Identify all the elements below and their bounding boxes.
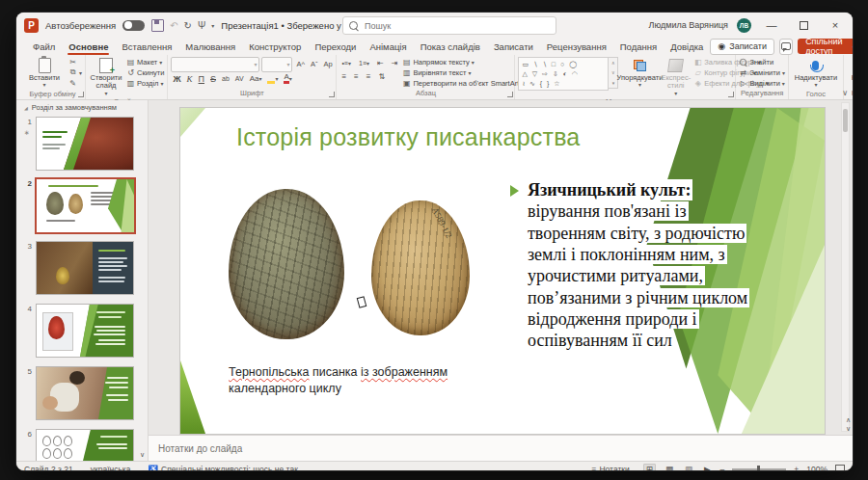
convert-smartart-button[interactable]: ▣Перетворити на об'єкт SmartArt▾	[402, 78, 524, 88]
restore-button[interactable]	[792, 15, 815, 35]
new-slide-button[interactable]: Створити слайд▾	[89, 57, 123, 96]
slide-counter[interactable]: Слайд 2 з 21	[24, 465, 91, 471]
grow-font-button[interactable]: A^	[294, 58, 307, 70]
tab-record[interactable]: Записати	[487, 38, 540, 55]
bold-button[interactable]: Ж	[171, 72, 182, 85]
reading-view-button[interactable]: ▥	[683, 465, 694, 471]
thumbnail-slide-1[interactable]	[36, 117, 134, 171]
notes-pane[interactable]: Нотатки до слайда	[149, 435, 853, 461]
comments-button[interactable]	[779, 39, 793, 55]
text-direction-button[interactable]: ▤Напрямок тексту▾	[402, 57, 524, 67]
zoom-slider-thumb[interactable]	[757, 466, 760, 471]
paste-button[interactable]: Вставити▾	[23, 57, 66, 89]
font-name-combo[interactable]: ▾	[171, 57, 259, 72]
tab-design[interactable]: Конструктор	[242, 38, 308, 55]
zoom-out-button[interactable]: –	[720, 465, 725, 471]
character-spacing-button[interactable]: AV	[233, 72, 246, 85]
clipboard-dialog-launcher[interactable]	[78, 92, 84, 97]
section-header[interactable]: ◢ Розділ за замовчуванням	[24, 103, 117, 112]
search-box[interactable]	[342, 16, 556, 35]
slide-bullet-text[interactable]: Язичницький культ:вірування пов'язані із…	[526, 179, 815, 352]
drawing-dialog-launcher[interactable]	[728, 92, 734, 97]
user-name[interactable]: Людмила Варяниця	[649, 20, 729, 30]
tab-help[interactable]: Довідка	[664, 38, 710, 55]
accessibility-status[interactable]: ♿ Спеціальні можливості: щось не так	[149, 465, 315, 471]
shrink-font-button[interactable]: Aˇ	[309, 58, 320, 70]
reset-button[interactable]: ↺Скинути	[126, 67, 164, 77]
undo-icon[interactable]: ↶	[170, 20, 177, 31]
redo-icon[interactable]: ↻	[184, 20, 192, 31]
record-button[interactable]: ◉Записати	[710, 39, 774, 55]
user-avatar[interactable]: ЛВ	[737, 18, 751, 33]
thumbnail-slide-4[interactable]	[36, 304, 134, 358]
text-shadow-button[interactable]: ab	[220, 72, 231, 85]
quick-styles-button[interactable]: Експрес-стилі▾	[661, 57, 691, 96]
font-size-combo[interactable]: ▾	[261, 57, 292, 72]
increase-indent-button[interactable]: ⇥	[390, 57, 400, 69]
select-button[interactable]: ▷Виділити▾	[739, 78, 785, 88]
tab-home[interactable]: Основне	[62, 38, 115, 55]
pysanka-photo-left[interactable]	[229, 189, 344, 339]
change-case-button[interactable]: Aa▾	[248, 72, 264, 85]
thumbnail-slide-3[interactable]	[36, 241, 134, 295]
thumbnail-slide-6[interactable]	[36, 429, 134, 461]
touch-mode-icon[interactable]: Ψ	[198, 20, 205, 31]
dictate-button[interactable]: Надиктувати▾	[792, 57, 840, 89]
notes-toggle-button[interactable]: ≡ Нотатки	[591, 465, 635, 471]
zoom-level[interactable]: 100%	[806, 465, 827, 471]
slide-title[interactable]: Історія розвитку писанкарства	[236, 123, 580, 151]
strikethrough-button[interactable]: S	[208, 72, 218, 85]
tab-review[interactable]: Рецензування	[540, 38, 613, 55]
previous-slide-button[interactable]: ∧	[846, 416, 851, 424]
next-slide-button[interactable]: ∨	[846, 425, 851, 433]
underline-button[interactable]: П	[197, 72, 206, 85]
share-button[interactable]: Спільний доступ ▾	[798, 39, 853, 54]
collapse-ribbon-icon[interactable]: ∨	[842, 89, 848, 97]
copy-button[interactable]: ⧉▾	[68, 67, 82, 77]
arrange-button[interactable]: Упорядкувати▾	[621, 57, 658, 89]
editor-vertical-scrollbar[interactable]	[841, 102, 850, 432]
scrollbar-thumb[interactable]	[843, 109, 848, 132]
font-dialog-launcher[interactable]	[329, 92, 335, 97]
font-color-button[interactable]: А▾	[282, 72, 293, 85]
align-left-button[interactable]: ≡	[339, 70, 348, 83]
zoom-slider[interactable]	[732, 468, 786, 470]
line-spacing-button[interactable]: ⇅	[376, 70, 387, 83]
bullets-button[interactable]: •≡▾	[339, 57, 353, 69]
autosave-toggle[interactable]	[122, 20, 145, 31]
zoom-in-button[interactable]: +	[794, 465, 799, 471]
tab-file[interactable]: Файл	[26, 38, 62, 55]
find-button[interactable]: Знайти	[739, 57, 785, 67]
fit-slide-to-window-button[interactable]	[835, 465, 845, 471]
close-button[interactable]: ×	[824, 15, 847, 35]
replace-button[interactable]: ⇄Замінити▾	[739, 67, 785, 77]
tab-animations[interactable]: Анімація	[363, 38, 413, 55]
align-right-button[interactable]: ≡	[365, 70, 373, 83]
language-indicator[interactable]: українська	[91, 465, 149, 471]
tab-transitions[interactable]: Переходи	[308, 38, 363, 55]
slideshow-button[interactable]: ▶	[702, 465, 713, 471]
slide-sorter-view-button[interactable]: ▦	[664, 465, 675, 471]
tab-insert[interactable]: Вставлення	[115, 38, 178, 55]
tab-view[interactable]: Подання	[613, 38, 664, 55]
layout-button[interactable]: ▤Макет▾	[126, 57, 164, 67]
decrease-indent-button[interactable]: ⇤	[375, 57, 386, 69]
addins-button[interactable]: Надбудови	[847, 57, 853, 82]
align-center-button[interactable]: ≡	[352, 70, 361, 83]
cut-button[interactable]: ✂	[68, 57, 82, 67]
slide-caption[interactable]: Тернопільська писанка із зображенням кал…	[229, 364, 518, 397]
format-painter-button[interactable]: ✎	[68, 78, 82, 88]
pysanka-photo-right[interactable]: А589-1/2	[371, 200, 470, 335]
qat-dropdown-icon[interactable]: ▾	[211, 22, 214, 29]
highlight-color-button[interactable]: ▾	[265, 72, 280, 85]
align-text-button[interactable]: ▥Вирівняти текст▾	[402, 67, 524, 77]
save-icon[interactable]	[151, 19, 164, 32]
slide-canvas[interactable]: Історія розвитку писанкарства А589-1/2 Я…	[180, 108, 825, 434]
shapes-gallery[interactable]: ▭ ∖ ∖ □ ○ ◯ △ ▽ ⇨ ⇩ ◐ ◠ ≀ ∿ { } ☆ ∧∨▾	[518, 57, 618, 91]
normal-view-button[interactable]: ⊞	[643, 464, 656, 471]
minimize-button[interactable]: —	[760, 15, 783, 35]
tab-slideshow[interactable]: Показ слайдів	[414, 38, 487, 55]
numbering-button[interactable]: 1≡▾	[357, 57, 371, 69]
paragraph-dialog-launcher[interactable]	[507, 92, 513, 97]
clear-formatting-button[interactable]: Ap	[321, 58, 334, 70]
